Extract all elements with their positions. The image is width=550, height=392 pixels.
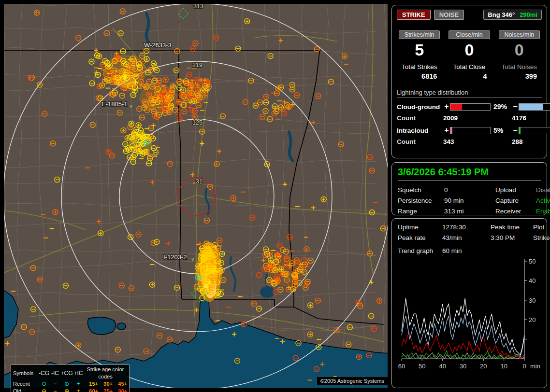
datetime-display: 3/6/2026 6:45:19 PM	[398, 166, 541, 181]
bearing-label: Bng 346°	[488, 11, 515, 18]
station-label: W-2633-3	[144, 42, 172, 49]
legend-age-value: 15+	[84, 380, 98, 388]
trend-panel: Uptime 1278:30 Peak time Plot Peak rate …	[391, 218, 547, 388]
noise-button[interactable]: NOISE	[434, 10, 464, 20]
legend-symbol-icon: −	[50, 380, 60, 388]
trend-series-ic	[402, 353, 524, 359]
strike-button[interactable]: STRIKE	[397, 10, 431, 20]
capture-value: Active	[536, 197, 550, 204]
symbol-legend: Symbols -CG -IC +CG +IC Strike age color…	[11, 364, 130, 392]
legend-symbol-icon: ⊖	[38, 388, 50, 392]
total-close-value: 4	[447, 72, 492, 80]
upload-value: Disabled	[536, 186, 550, 194]
persistence-value: 90 min	[444, 197, 495, 204]
range-ring-label: 313	[193, 4, 203, 10]
ic-negative-bar	[519, 127, 550, 134]
noises-per-min-chip: Noises/min	[499, 30, 540, 39]
legend-symbol-icon: ⊕	[60, 380, 73, 388]
bearing-readout: Bng 346°290mi	[483, 10, 542, 20]
legend-pos-cg-label: +CG	[60, 370, 73, 377]
bearing-distance: 290mi	[520, 11, 537, 18]
total-close-label: Total Close	[447, 63, 492, 70]
squelch-label: Squelch	[398, 186, 444, 194]
legend-age-header: Strike age color codes	[84, 366, 127, 380]
plot-label: Plot	[533, 224, 550, 231]
legend-age-value: 60+	[84, 388, 98, 392]
total-noises-label: Total Noises	[497, 63, 542, 70]
station-label: I-1203-2	[163, 253, 187, 261]
total-strikes-label: Total Strikes	[397, 63, 442, 70]
peak-rate-value: 43/min	[442, 234, 491, 241]
peak-rate-label: Peak rate	[398, 234, 442, 241]
noises-per-min-value: 0	[497, 41, 542, 58]
lightning-map[interactable]: 31321912531W-2633-3E-1805-1vI-1203-2v Sy…	[4, 4, 388, 388]
copyright-text: ©2005 Astrogenic Systems	[317, 377, 388, 385]
range-value: 313 mi	[444, 208, 495, 215]
cg-positive-bar	[450, 103, 491, 111]
ic-positive-bar	[450, 127, 491, 134]
receiver-value: Enabled	[536, 208, 550, 215]
squelch-value: 0	[444, 186, 495, 194]
cg-positive-pct: 29%	[491, 103, 512, 111]
x-tick-label: 0	[522, 363, 526, 370]
peak-time-label: Peak time	[491, 224, 533, 231]
legend-age-value: 75+	[98, 388, 113, 392]
status-panel: 3/6/2026 6:45:19 PM Squelch 0 Upload Dis…	[391, 162, 547, 215]
x-tick-label: 20	[480, 363, 487, 370]
distribution-title: Lightning type distribution	[397, 89, 542, 98]
persistence-label: Persistence	[398, 197, 444, 204]
range-ring-label: 125	[192, 119, 203, 126]
cg-positive-count: 2009	[443, 114, 512, 122]
legend-neg-ic-label: -IC	[50, 370, 60, 377]
map-canvas[interactable]: 31321912531W-2633-3E-1805-1vI-1203-2v	[4, 4, 388, 388]
counters-panel: STRIKE NOISE Bng 346°290mi Strikes/min 5…	[391, 5, 547, 158]
legend-row-old: Old⊖−⊕+60+75+90+	[13, 388, 127, 392]
range-label: Range	[398, 208, 444, 215]
legend-row-label: Old	[13, 388, 38, 392]
plus-sign: +	[443, 126, 450, 135]
legend-row-label: Recent	[13, 380, 38, 388]
trend-series-totalstrikes	[402, 298, 524, 355]
cloud-ground-label: Cloud-ground	[397, 103, 443, 111]
app-window: { "right_panel": { "buttons": {"strike":…	[0, 0, 550, 392]
trend-series-cg	[402, 314, 524, 357]
station-label: E-1805-1	[101, 100, 127, 108]
x-tick-label: 50	[419, 363, 425, 370]
close-per-min-chip: Close/min	[449, 30, 490, 39]
capture-label: Capture	[495, 197, 536, 204]
legend-symbol-icon: −	[50, 388, 60, 392]
legend-symbol-icon: +	[73, 380, 84, 388]
range-ring-label: 31	[196, 178, 203, 185]
uptime-label: Uptime	[398, 224, 442, 231]
x-tick-label: 30	[460, 363, 466, 370]
y-tick-label: 50	[529, 258, 536, 265]
ic-positive-count: 343	[443, 138, 512, 145]
ic-positive-pct: 5%	[491, 126, 512, 134]
y-tick-label: 20	[529, 316, 536, 323]
x-tick-label: 10	[500, 363, 507, 370]
close-per-min-value: 0	[447, 41, 492, 58]
strikes-per-min-chip: Strikes/min	[399, 30, 440, 39]
minus-sign: −	[512, 102, 519, 111]
range-ring-label: 219	[192, 62, 203, 69]
plus-sign: +	[443, 102, 450, 111]
station-marker-icon: v	[191, 256, 194, 262]
trend-graph-label: Trend graph	[398, 247, 442, 254]
legend-age-value: 90+	[113, 388, 127, 392]
legend-symbol-icon: ⊕	[60, 388, 73, 392]
legend-symbol-icon: +	[73, 388, 84, 392]
cg-count-label: Count	[397, 114, 443, 122]
legend-row-recent: Recent⊖−⊕+15+30+45+	[13, 380, 127, 388]
legend-age-value: 45+	[113, 380, 127, 388]
cg-negative-count: 4176	[512, 114, 542, 122]
ic-negative-count: 288	[512, 138, 542, 145]
upload-label: Upload	[495, 186, 536, 194]
ic-count-label: Count	[397, 138, 443, 145]
legend-neg-cg-label: -CG	[38, 370, 50, 377]
x-axis-unit: min	[530, 363, 540, 370]
station-marker-icon: v	[130, 103, 132, 109]
legend-header: Symbols -CG -IC +CG +IC Strike age color…	[13, 366, 127, 380]
peak-time-value: 3:30 PM	[491, 234, 533, 241]
y-tick-label: 40	[529, 277, 536, 284]
trend-graph: 504030206050403020100min	[398, 256, 543, 379]
